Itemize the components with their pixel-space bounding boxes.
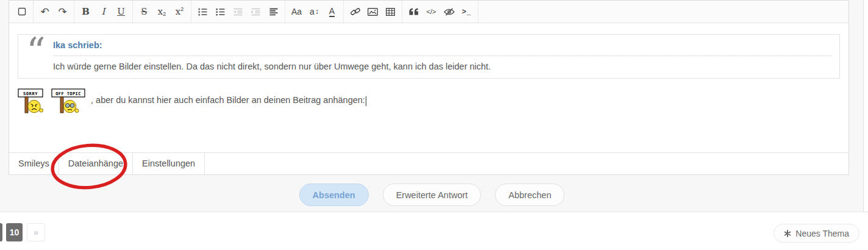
toolbar-group-lists [191,1,285,23]
ordered-list-icon[interactable] [194,2,212,21]
quote-text: Ich würde gerne Bilder einstellen. Da da… [53,62,831,71]
terminal-button[interactable]: >_ [458,2,475,21]
bold-button[interactable]: B [77,2,94,21]
text-cursor [366,96,366,106]
indent-icon[interactable] [247,2,265,21]
spoiler-eye-slash-icon[interactable] [440,2,458,21]
editor-content-area[interactable]: “ Ika schrieb: Ich würde gerne Bilder ei… [9,23,848,152]
pagination-current-page[interactable]: 10 [6,223,23,241]
alignment-icon[interactable] [265,2,282,21]
asterisk-icon [784,230,791,237]
outdent-icon[interactable] [229,2,247,21]
subscript-button[interactable]: x2 [153,2,171,21]
underline-button[interactable]: U [112,2,130,21]
font-family-button[interactable]: Aa [288,2,305,21]
code-button[interactable]: </> [422,2,440,21]
tab-dateianhaenge[interactable]: Dateianhänge [59,153,133,174]
editor-tab-bar: Smileys Dateianhänge Einstellungen [9,152,848,174]
smiley-offtopic-image: OFF TOPIC [51,88,87,113]
toolbar-group-blocks: </> >_ [402,1,478,23]
svg-text:SORRY: SORRY [23,91,38,96]
font-size-button[interactable]: a↕ [305,2,323,21]
italic-button[interactable]: I [94,2,112,21]
font-color-button[interactable]: A [323,2,341,21]
quote-icon[interactable] [405,2,422,21]
strikethrough-button[interactable]: S [135,2,153,21]
toolbar-group-script: S x2 x2 [133,1,191,23]
message-text: , aber du kannst hier auch einfach Bilde… [91,95,365,105]
toolbar-group-font: Aa a↕ A [285,1,344,23]
toolbar-group-insert [344,1,402,23]
tab-smileys[interactable]: Smileys [9,153,59,174]
link-icon[interactable] [346,2,364,21]
superscript-button[interactable]: x2 [171,2,188,21]
toolbar-group-history: ↶ ↷ [34,1,74,23]
tab-einstellungen[interactable]: Einstellungen [133,153,205,174]
fullscreen-icon[interactable] [13,2,30,21]
unordered-list-icon[interactable] [212,2,229,21]
cancel-button[interactable]: Abbrechen [495,184,564,206]
page-footer: 10 » Neues Thema [0,212,868,250]
message-paragraph: SORRY OFF TOPIC , aber du kannst hier a [18,88,840,113]
submit-button[interactable]: Absenden [299,184,369,206]
quote-mark-icon: “ [26,40,53,71]
table-icon[interactable] [382,2,399,21]
smiley-sorry-image: SORRY [18,88,47,113]
toolbar-group-basic-format: B I U [74,1,133,23]
extended-reply-button[interactable]: Erweiterte Antwort [383,184,482,206]
redo-icon[interactable]: ↷ [54,2,71,21]
quote-block: “ Ika schrieb: Ich würde gerne Bilder ei… [18,34,840,79]
pagination-next-button[interactable]: » [27,223,45,241]
svg-text:OFF TOPIC: OFF TOPIC [55,91,81,96]
page-button-partial[interactable] [0,223,2,241]
image-icon[interactable] [364,2,382,21]
quote-author: Ika schrieb: [53,40,831,56]
editor-toolbar: ↶ ↷ B I U S x2 x2 [9,1,848,23]
new-topic-button[interactable]: Neues Thema [774,224,859,243]
undo-icon[interactable]: ↶ [36,2,54,21]
toolbar-group-window [10,1,34,23]
reply-editor: ↶ ↷ B I U S x2 x2 [9,0,849,175]
form-buttons: Absenden Erweiterte Antwort Abbrechen [0,184,864,206]
